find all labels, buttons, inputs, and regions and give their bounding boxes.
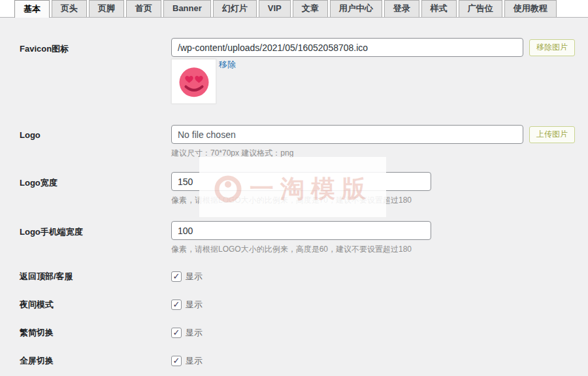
checkmark-icon: ✓ (173, 300, 180, 309)
remove-link[interactable]: 移除 (219, 59, 236, 71)
fullscreen-toggle-checkbox-label: 显示 (186, 355, 203, 367)
back-to-top-label: 返回顶部/客服 (20, 271, 171, 282)
traditional-simplified-checkbox-label: 显示 (186, 327, 203, 339)
logo-width-hint: 像素，请根据LOGO大小的比例来，高度是70，建议不要设置超过180 (171, 195, 588, 206)
tab-ad-slots[interactable]: 广告位 (459, 0, 502, 17)
checkmark-icon: ✓ (173, 356, 180, 365)
night-mode-row: 夜间模式 ✓ 显示 (20, 299, 588, 311)
traditional-simplified-row: 繁简切换 ✓ 显示 (20, 327, 588, 339)
logo-label: Logo (20, 125, 171, 140)
tab-user-center[interactable]: 用户中心 (330, 0, 382, 17)
tab-slideshow[interactable]: 幻灯片 (213, 0, 257, 17)
night-mode-checkbox[interactable]: ✓ (171, 299, 182, 310)
upload-image-button[interactable]: 上传图片 (529, 126, 575, 143)
night-mode-label: 夜间模式 (20, 299, 171, 311)
tab-articles[interactable]: 文章 (293, 0, 328, 17)
tab-footer[interactable]: 页脚 (89, 0, 124, 17)
tab-header[interactable]: 页头 (52, 0, 87, 17)
back-to-top-row: 返回顶部/客服 ✓ 显示 (20, 271, 588, 282)
logo-mobile-width-hint: 像素，请根据LOGO大小的比例来，高度是60，建议不要设置超过180 (171, 244, 588, 255)
settings-panel: Favicon图标 移除图片 移除 (0, 18, 588, 367)
tab-home[interactable]: 首页 (126, 0, 161, 17)
tab-bar: 基本 页头 页脚 首页 Banner 幻灯片 VIP 文章 用户中心 登录 样式… (0, 0, 588, 18)
night-mode-checkbox-label: 显示 (186, 299, 203, 311)
back-to-top-checkbox-label: 显示 (186, 271, 203, 282)
logo-width-label: Logo宽度 (20, 172, 171, 189)
tab-banner[interactable]: Banner (163, 0, 211, 17)
fullscreen-toggle-checkbox[interactable]: ✓ (171, 356, 182, 366)
back-to-top-checkbox[interactable]: ✓ (171, 271, 182, 282)
theme-options-page: 基本 页头 页脚 首页 Banner 幻灯片 VIP 文章 用户中心 登录 样式… (0, 0, 588, 376)
favicon-preview (171, 59, 216, 104)
fullscreen-toggle-label: 全屏切换 (20, 355, 171, 367)
checkmark-icon: ✓ (173, 272, 180, 281)
tab-basic[interactable]: 基本 (14, 0, 50, 18)
tab-tutorial[interactable]: 使用教程 (504, 0, 557, 17)
tab-login[interactable]: 登录 (384, 0, 419, 17)
logo-width-row: Logo宽度 像素，请根据LOGO大小的比例来，高度是70，建议不要设置超过18… (20, 172, 588, 206)
tab-vip[interactable]: VIP (259, 0, 291, 17)
favicon-label: Favicon图标 (20, 38, 171, 55)
tab-style[interactable]: 样式 (421, 0, 457, 17)
logo-file-input[interactable] (171, 125, 523, 144)
logo-width-input[interactable] (171, 172, 431, 191)
fullscreen-toggle-row: 全屏切换 ✓ 显示 (20, 355, 588, 367)
traditional-simplified-label: 繁简切换 (20, 327, 171, 339)
traditional-simplified-checkbox[interactable]: ✓ (171, 328, 182, 338)
checkmark-icon: ✓ (173, 328, 180, 337)
logo-mobile-width-row: Logo手机端宽度 像素，请根据LOGO大小的比例来，高度是60，建议不要设置超… (20, 221, 588, 255)
remove-image-button[interactable]: 移除图片 (529, 39, 575, 56)
favicon-path-input[interactable] (171, 38, 523, 57)
logo-mobile-width-input[interactable] (171, 221, 431, 240)
logo-hint: 建议尺寸：70*70px 建议格式：png (171, 148, 588, 159)
heart-eyes-face-icon (174, 62, 214, 101)
logo-mobile-width-label: Logo手机端宽度 (20, 221, 171, 238)
logo-row: Logo 上传图片 建议尺寸：70*70px 建议格式：png (20, 125, 588, 159)
favicon-row: Favicon图标 移除图片 移除 (20, 38, 588, 104)
